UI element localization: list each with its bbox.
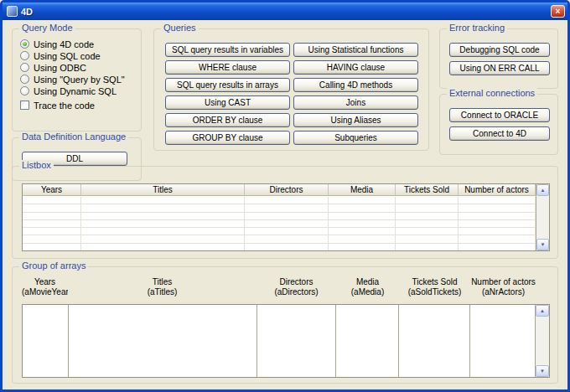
scroll-down-button[interactable]: ▼ [536,365,549,377]
radio-using-sql-code[interactable]: Using SQL code [20,50,101,61]
table-cell [396,228,459,235]
scrollbar-track[interactable] [536,317,549,365]
checkbox-icon [20,101,29,110]
group-external-connections: External connections Connect to ORACLE C… [439,94,558,155]
radio-label: Using "Query by SQL" [34,75,125,85]
button-subqueries[interactable]: Subqueries [293,131,418,145]
button-sql-query-results-in-arrays[interactable]: SQL query results in arrays [165,78,290,92]
column-header-titles[interactable]: Titles [81,184,245,195]
column-header-years[interactable]: Years [23,184,81,195]
table-cell [459,244,536,250]
arrays-listbox[interactable]: ▲ ▼ [22,304,550,378]
table-cell [245,197,329,204]
table-cell [23,204,81,211]
group-title: Error tracking [447,23,507,33]
column-header-number-of-actors[interactable]: Number of actors [459,184,536,195]
app-icon [7,6,18,17]
group-query-mode: Query Mode Using 4D code Using SQL code … [12,28,142,132]
table-cell [245,228,329,235]
table-row[interactable] [23,228,536,235]
radio-icon [20,86,29,95]
table-row[interactable] [23,204,536,212]
button-sql-query-results-in-variables[interactable]: SQL query results in variables [165,43,290,57]
table-cell [23,220,81,227]
table-cell [81,244,245,250]
scrollbar-track[interactable] [536,196,549,239]
listbox-body [23,197,536,250]
table-cell [329,197,396,204]
radio-label: Using ODBC [34,63,86,73]
radio-label: Using SQL code [34,51,101,61]
table-cell [81,220,245,227]
table-cell [396,244,459,250]
radio-icon [20,63,29,72]
table-row[interactable] [23,244,536,250]
scroll-down-button[interactable]: ▼ [536,239,549,250]
button-order-by-clause[interactable]: ORDER BY clause [165,113,290,127]
radio-using-query-by-sql[interactable]: Using "Query by SQL" [20,74,125,85]
table-cell [245,213,329,219]
radio-using-odbc[interactable]: Using ODBC [20,62,86,73]
button-using-statistical-functions[interactable]: Using Statistical functions [293,43,418,57]
radio-icon [20,75,29,84]
close-icon: × [556,7,561,16]
close-button[interactable]: × [551,5,565,18]
table-row[interactable] [23,197,536,204]
table-cell [459,220,536,227]
array-pane-media[interactable] [336,305,399,377]
table-cell [329,244,396,250]
table-cell [459,213,536,219]
button-connect-to-4d[interactable]: Connect to 4D [449,126,550,141]
group-title: Group of arrays [19,260,88,271]
button-using-aliases[interactable]: Using Aliases [293,113,418,127]
array-pane-years[interactable] [23,305,69,377]
table-cell [23,197,81,204]
button-calling-4d-methods[interactable]: Calling 4D methods [293,78,418,92]
listbox-scrollbar[interactable]: ▲ ▼ [536,184,549,250]
column-header-tickets-sold[interactable]: Tickets Sold [396,184,459,195]
radio-using-4d-code[interactable]: Using 4D code [20,39,94,49]
listbox-table[interactable]: Years Titles Directors Media Tickets Sol… [22,183,550,251]
array-pane-number-of-actors[interactable] [470,305,536,377]
button-using-on-err-call[interactable]: Using ON ERR CALL [449,61,550,75]
button-group-by-clause[interactable]: GROUP BY clause [165,131,290,145]
button-using-cast[interactable]: Using CAST [165,95,290,110]
arrow-down-icon: ▼ [540,369,545,374]
column-header-directors[interactable]: Directors [245,184,329,195]
array-pane-tickets-sold[interactable] [399,305,470,377]
table-cell [23,213,81,219]
array-header-media: Media(aMedia) [336,277,399,297]
table-cell [396,204,459,211]
scroll-up-button[interactable]: ▲ [536,305,549,317]
table-row[interactable] [23,213,536,220]
arrays-scrollbar[interactable]: ▲ ▼ [536,305,549,377]
window-content: Query Mode Using 4D code Using SQL code … [3,20,567,390]
listbox-header-row: Years Titles Directors Media Tickets Sol… [23,184,536,196]
column-header-media[interactable]: Media [329,184,396,195]
table-cell [329,220,396,227]
array-pane-titles[interactable] [69,305,257,377]
button-joins[interactable]: Joins [293,95,418,110]
table-cell [329,204,396,211]
array-header-tickets-sold: Tickets Sold(aSoldTickets) [399,277,470,297]
array-header-directors: Directors(aDirectors) [256,277,336,297]
checkbox-trace-the-code[interactable]: Trace the code [20,100,95,111]
group-title: Query Mode [19,23,75,33]
table-cell [81,213,245,219]
table-cell [81,228,245,235]
button-where-clause[interactable]: WHERE clause [165,60,290,75]
button-connect-to-oracle[interactable]: Connect to ORACLE [449,108,550,122]
button-having-clause[interactable]: HAVING clause [293,60,418,75]
table-cell [329,213,396,219]
button-debugging-sql-code[interactable]: Debugging SQL code [449,43,550,57]
array-header-titles: Titles(aTitles) [68,277,256,297]
table-row[interactable] [23,235,536,243]
titlebar[interactable]: 4D × [3,3,567,20]
array-pane-directors[interactable] [257,305,337,377]
radio-using-dynamic-sql[interactable]: Using Dynamic SQL [20,85,117,96]
scroll-up-button[interactable]: ▲ [536,184,549,196]
radio-label: Using Dynamic SQL [34,86,117,96]
table-row[interactable] [23,220,536,228]
radio-icon [20,51,29,60]
table-cell [396,235,459,242]
